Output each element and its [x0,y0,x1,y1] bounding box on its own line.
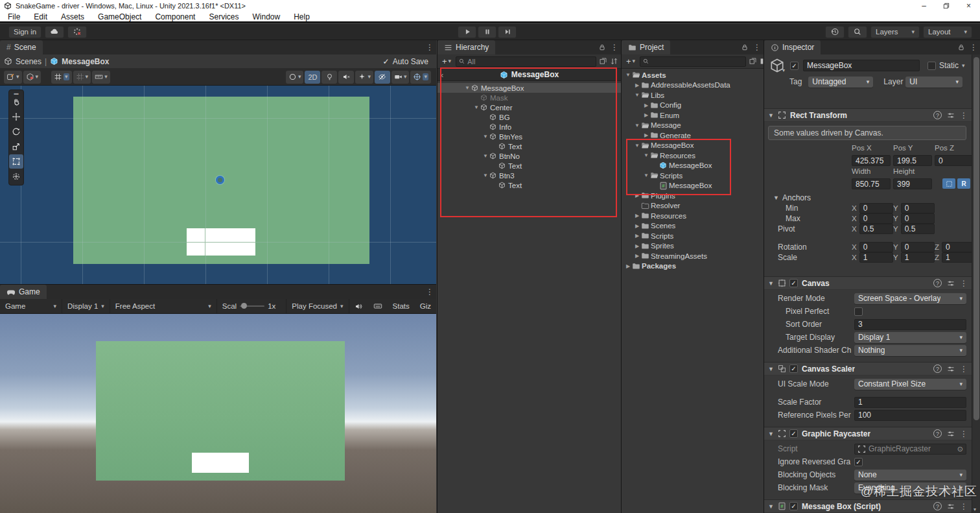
scene-lighting-button[interactable] [321,71,337,84]
foldout-arrow[interactable]: ▶ [633,193,641,198]
sign-in-button[interactable]: Sign in [8,26,41,38]
view-tool-button[interactable] [9,95,23,109]
project-item-enum[interactable]: ▶Enum [622,110,764,121]
presets-icon[interactable] [947,112,955,119]
foldout-arrow[interactable]: ▼ [642,152,650,158]
foldout-arrow[interactable]: ▶ [642,112,650,118]
foldout-arrow[interactable]: ▼ [463,85,471,91]
width-field[interactable]: 850.75 [852,178,891,189]
hierarchy-item-messagebox[interactable]: ▼MessageBox [438,83,621,93]
foldout-icon[interactable]: ▼ [768,431,775,437]
property-dropdown[interactable]: Screen Space - Overlay▾ [854,293,966,304]
scale-slider-knob[interactable] [241,303,247,309]
menu-assets[interactable]: Assets [61,12,84,21]
gizmos-button[interactable]: ▾ [410,71,431,84]
foldout-arrow[interactable]: ▶ [642,102,650,108]
scene-audio-button[interactable] [338,71,354,84]
pos-x-field[interactable]: 425.375 [852,155,891,166]
project-item-resources[interactable]: ▼Resources [622,150,764,161]
component-menu-icon[interactable]: ⋮ [960,429,968,438]
rect-transform-header[interactable]: ▼ Rect Transform ? ⋮ [764,108,972,122]
tab-game[interactable]: Game [0,285,47,299]
help-icon[interactable]: ? [933,111,942,119]
property-dropdown[interactable]: Display 1▾ [854,332,966,343]
game-source-dropdown[interactable]: Game▾ [0,299,62,313]
foldout-arrow[interactable]: ▼ [624,72,632,78]
hierarchy-item-text[interactable]: Text [438,180,621,190]
scale-z-field[interactable]: 1 [942,252,972,263]
component-header[interactable]: ▼#✓Message Box (Script)?⋮ [764,499,972,513]
static-checkbox[interactable]: ✓ [928,62,936,70]
game-scale-slider[interactable]: Scal 1x [217,299,281,313]
foldout-arrow[interactable]: ▼ [633,92,641,98]
foldout-icon[interactable]: ▼ [768,503,775,510]
sort-icon[interactable] [610,57,618,66]
component-header[interactable]: ▼✓Canvas Scaler?⋮ [764,362,972,376]
foldout-arrow[interactable]: ▼ [472,104,480,110]
scene-camera-button[interactable]: ▾ [391,71,410,84]
menu-component[interactable]: Component [155,12,195,21]
scene-menu-icon[interactable]: ⋮ [426,43,434,52]
max-y-field[interactable]: 0 [901,213,935,224]
create-object-button[interactable]: +▾ [440,56,453,66]
property-dropdown[interactable]: Constant Pixel Size▾ [854,379,966,390]
step-button[interactable] [498,26,517,38]
component-enabled-checkbox[interactable]: ✓ [789,364,798,373]
component-header[interactable]: ▼✓Canvas?⋮ [764,276,972,290]
layout-dropdown[interactable]: Layout▾ [923,26,972,38]
lock-icon[interactable] [957,43,965,51]
scene-center-gizmo[interactable] [216,176,224,184]
project-item-generate[interactable]: ▶Generate [622,130,764,141]
hierarchy-item-bg[interactable]: BG [438,112,621,122]
pivot-y-field[interactable]: 0.5 [901,224,935,234]
component-menu-icon[interactable]: ⋮ [960,364,968,374]
object-field[interactable]: GraphicRaycaster⊙ [854,444,966,455]
foldout-icon[interactable]: ▼ [768,280,775,287]
back-icon[interactable]: ‹ [441,71,443,79]
hierarchy-search[interactable] [456,56,596,67]
scroll-down-icon[interactable]: ▾ [974,507,976,512]
object-picker-icon[interactable]: ⊙ [957,445,963,453]
rect-tool-button[interactable] [9,154,23,169]
minimize-button[interactable]: – [922,2,926,10]
project-item-sprites[interactable]: ▶Sprites [622,241,764,252]
min-y-field[interactable]: 0 [901,203,935,213]
cloud-button[interactable] [45,26,64,38]
foldout-arrow[interactable]: ▶ [633,243,641,249]
project-item-config[interactable]: ▶Config [622,101,764,111]
component-menu-icon[interactable]: ⋮ [960,502,968,511]
lock-icon[interactable] [598,43,606,51]
project-search[interactable] [640,56,746,67]
menu-window[interactable]: Window [252,12,280,21]
pivot-x-field[interactable]: 0.5 [859,224,893,234]
foldout-arrow[interactable]: ▼ [482,153,489,159]
foldout-arrow[interactable]: ▼ [633,143,641,149]
tag-dropdown[interactable]: Untagged▾ [808,77,873,88]
component-menu-icon[interactable]: ⋮ [960,279,968,288]
foldout-icon[interactable]: ▼ [768,366,775,372]
camera-preview-button[interactable]: ▾ [286,71,304,84]
property-field[interactable]: 100 [854,410,966,421]
property-dropdown[interactable]: Nothing▾ [854,345,966,356]
presets-icon[interactable] [947,280,955,287]
close-button[interactable]: × [966,2,971,10]
pos-y-field[interactable]: 199.5 [893,155,932,166]
game-aspect-dropdown[interactable]: Free Aspect▾ [110,299,217,313]
create-asset-button[interactable]: +▾ [624,56,637,66]
game-vsync-button[interactable] [368,299,388,313]
presets-icon[interactable] [947,430,955,438]
inspector-menu-icon[interactable]: ⋮ [970,43,977,52]
auto-save-toggle[interactable]: ✓ Auto Save [383,57,432,66]
search-button[interactable] [848,26,867,38]
project-item-resolver[interactable]: Resolver [622,201,764,211]
foldout-arrow[interactable]: ▼ [642,173,650,178]
property-field[interactable]: 3 [854,319,966,330]
hierarchy-item-mask[interactable]: Mask [438,93,621,102]
game-audio-button[interactable] [349,299,368,313]
foldout-arrow[interactable]: ▶ [633,253,641,259]
component-menu-icon[interactable]: ⋮ [960,111,968,120]
property-field[interactable]: 1 [854,397,966,408]
message-box-sprite[interactable] [187,228,255,256]
presets-icon[interactable] [947,365,955,373]
foldout-arrow[interactable]: ▶ [633,213,641,219]
